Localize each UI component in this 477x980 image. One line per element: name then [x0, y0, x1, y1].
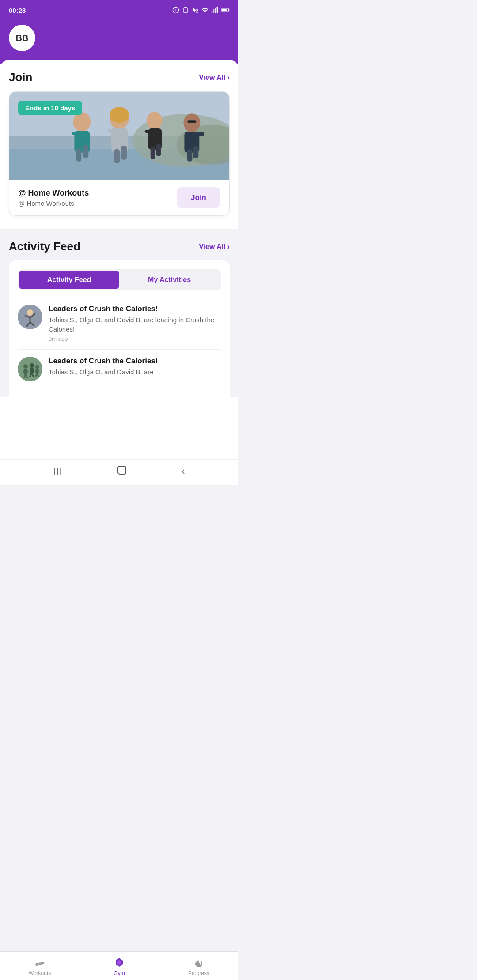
svg-rect-24	[108, 129, 117, 132]
svg-rect-29	[145, 130, 152, 133]
activity-feed-title: Activity Feed	[9, 240, 80, 253]
system-back-button[interactable]: ‹	[182, 466, 185, 477]
svg-rect-19	[76, 148, 81, 162]
activity-section: Activity Feed View All › Activity Feed M…	[0, 229, 238, 397]
activity-item-2: Leaders of Crush the Calories! Tobias S.…	[18, 350, 221, 388]
run-avatar-svg	[18, 357, 42, 381]
tab-activity-feed[interactable]: Activity Feed	[19, 271, 119, 289]
activity-content-2: Leaders of Crush the Calories! Tobias S.…	[49, 357, 221, 378]
join-card-image: Ends in 10 days	[9, 92, 229, 180]
signal-icon	[211, 7, 218, 14]
system-home-button[interactable]	[117, 465, 127, 478]
svg-point-51	[30, 367, 34, 374]
mute-icon	[192, 7, 199, 14]
svg-point-27	[147, 112, 163, 129]
svg-rect-37	[193, 146, 198, 158]
svg-point-47	[23, 368, 28, 375]
svg-rect-35	[197, 132, 204, 136]
svg-point-50	[30, 363, 34, 368]
activity-desc-2: Tobias S., Olga O. and David B. are	[49, 367, 221, 377]
svg-rect-18	[72, 132, 80, 135]
activity-item: Leaders of Crush the Calories! Tobias S.…	[18, 298, 221, 350]
svg-rect-5	[213, 9, 215, 13]
header: BB	[0, 19, 238, 64]
svg-rect-10	[228, 9, 229, 11]
svg-rect-6	[215, 8, 216, 13]
join-view-all[interactable]: View All ›	[199, 74, 230, 82]
avatar[interactable]: BB	[9, 25, 35, 51]
svg-rect-26	[121, 146, 127, 160]
activity-content-1: Leaders of Crush the Calories! Tobias S.…	[49, 305, 221, 342]
info-icon: i	[172, 7, 179, 14]
svg-point-54	[35, 365, 39, 369]
activity-avatar-2	[18, 357, 42, 381]
activity-desc-1: Tobias S., Olga O. and David B. are lead…	[49, 315, 221, 334]
ends-badge: Ends in 10 days	[18, 101, 82, 115]
system-nav: ||| ‹	[0, 459, 238, 485]
activity-avatar-1	[18, 305, 42, 329]
join-card-subtitle: @ Home Workouts	[18, 200, 177, 207]
join-button[interactable]: Join	[177, 187, 220, 208]
chevron-right-icon: ›	[227, 74, 230, 82]
status-time: 00:23	[9, 7, 26, 14]
activity-title-1: Leaders of Crush the Calories!	[49, 305, 221, 313]
activity-section-header: Activity Feed View All ›	[9, 240, 230, 253]
svg-rect-33	[187, 120, 196, 123]
activity-tabs: Activity Feed My Activities	[18, 269, 221, 290]
svg-rect-2	[184, 8, 187, 13]
yoga-avatar-svg	[18, 305, 42, 329]
activity-title-2: Leaders of Crush the Calories!	[49, 357, 221, 366]
battery-icon	[221, 7, 230, 14]
svg-rect-25	[114, 149, 120, 163]
svg-rect-20	[83, 145, 88, 158]
activity-time-1: 0m ago	[49, 335, 221, 342]
tab-my-activities[interactable]: My Activities	[119, 271, 220, 289]
svg-rect-31	[156, 144, 161, 156]
svg-rect-9	[221, 9, 226, 11]
main-content: Join View All ›	[0, 60, 238, 459]
chevron-right-icon-2: ›	[227, 243, 230, 251]
svg-point-22	[110, 107, 129, 123]
wifi-icon	[201, 7, 208, 14]
svg-point-55	[35, 368, 39, 374]
join-section-title: Join	[9, 71, 32, 84]
activity-section-inner: Activity Feed My Activities	[9, 260, 230, 397]
svg-text:i: i	[175, 8, 176, 12]
status-icons: i	[172, 7, 230, 14]
svg-rect-30	[151, 147, 155, 159]
join-card-title: @ Home Workouts	[18, 188, 177, 198]
svg-rect-63	[118, 466, 126, 474]
home-circle-icon	[117, 465, 127, 475]
join-card: Ends in 10 days @ Home Workouts @ Home W…	[9, 91, 230, 216]
svg-point-46	[23, 364, 28, 369]
status-bar: 00:23 i	[0, 0, 238, 19]
join-section-header: Join View All ›	[9, 71, 230, 84]
system-menu-button[interactable]: |||	[53, 467, 62, 476]
join-card-info: @ Home Workouts @ Home Workouts	[18, 188, 177, 207]
activity-view-all[interactable]: View All ›	[199, 243, 230, 251]
join-card-body: @ Home Workouts @ Home Workouts Join	[9, 180, 229, 215]
svg-rect-36	[187, 149, 192, 162]
clipboard-icon	[182, 7, 189, 14]
svg-rect-7	[217, 7, 218, 13]
svg-point-39	[27, 309, 33, 316]
svg-rect-4	[212, 11, 213, 13]
svg-rect-3	[185, 7, 186, 8]
